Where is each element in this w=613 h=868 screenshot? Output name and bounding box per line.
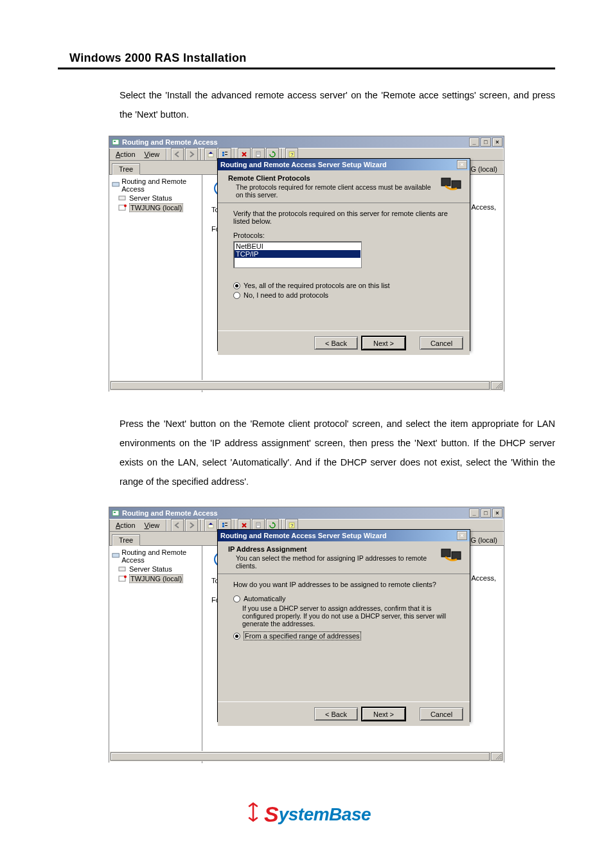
resize-grip[interactable] (491, 752, 502, 761)
nav-back-button[interactable] (171, 519, 184, 532)
tree-root-label: Routing and Remote Access (121, 177, 199, 193)
tree-status-label: Server Status (129, 565, 172, 573)
screenshot-1: Routing and Remote Access _ □ × Action V… (58, 136, 555, 392)
titlebar[interactable]: Routing and Remote Access _ □ × (109, 507, 504, 519)
tree-server-status[interactable]: Server Status (118, 194, 199, 202)
minimize-button[interactable]: _ (469, 509, 479, 518)
app-icon (112, 138, 120, 146)
tree-pane[interactable]: Routing and Remote Access Server Status … (109, 175, 202, 392)
wizard-buttons: < Back Next > Cancel (218, 330, 470, 355)
tree-status-label: Server Status (129, 194, 172, 202)
titlebar[interactable]: Routing and Remote Access _ □ × (109, 136, 504, 148)
radio-yes-label: Yes, all of the required protocols are o… (244, 282, 390, 289)
back-button[interactable]: < Back (314, 336, 358, 350)
wizard-header-icon (440, 174, 463, 194)
minimize-button[interactable]: _ (469, 138, 479, 147)
resize-grip[interactable] (491, 381, 502, 390)
cancel-button[interactable]: Cancel (420, 707, 463, 721)
wizard-close-button[interactable]: × (457, 160, 467, 169)
svg-rect-20 (225, 523, 227, 523)
intro-paragraph-1: Select the 'Install the advanced remote … (120, 86, 555, 124)
wizard-step-subtitle: The protocols required for remote client… (236, 183, 440, 199)
list-item[interactable]: NetBEUI (235, 242, 360, 250)
maximize-button[interactable]: □ (481, 509, 491, 518)
menu-action[interactable]: Action (112, 149, 139, 159)
radio-automatically[interactable]: Automatically (233, 595, 454, 602)
protocols-listbox[interactable]: NetBEUI TCP/IP (233, 241, 362, 268)
tab-tree[interactable]: Tree (112, 534, 140, 546)
menu-view[interactable]: View (141, 149, 164, 159)
radio-icon (233, 292, 240, 299)
svg-rect-4 (225, 152, 227, 152)
wizard-buttons: < Back Next > Cancel (218, 701, 470, 726)
svg-rect-1 (114, 141, 116, 142)
svg-rect-3 (222, 152, 224, 154)
wizard-step-title: IP Address Assignment (228, 545, 440, 553)
radio-icon (233, 282, 240, 289)
status-icon (118, 194, 127, 202)
wizard-body: How do you want IP addresses to be assig… (218, 574, 470, 701)
wizard-titlebar[interactable]: Routing and Remote Access Server Setup W… (218, 159, 470, 170)
footer-logo: SystemBase (58, 801, 555, 827)
tree-pane[interactable]: Routing and Remote Access Server Status … (109, 546, 202, 763)
logo-rest: ystemBase (279, 804, 371, 825)
tree-local-server[interactable]: TWJUNG (local) (118, 203, 199, 212)
tree-local-server[interactable]: TWJUNG (local) (118, 574, 199, 583)
menu-action[interactable]: Action (112, 520, 139, 530)
up-button[interactable] (204, 519, 217, 532)
cancel-button[interactable]: Cancel (420, 336, 463, 350)
next-button[interactable]: Next > (362, 336, 405, 350)
menu-view[interactable]: View (141, 520, 164, 530)
nav-back-button[interactable] (171, 148, 184, 161)
back-button[interactable]: < Back (314, 707, 358, 721)
wizard-step-title: Remote Client Protocols (228, 174, 440, 182)
window-title: Routing and Remote Access (122, 509, 469, 517)
wizard-header: IP Address Assignment You can select the… (218, 541, 470, 574)
server-icon (112, 181, 120, 189)
wizard-titlebar[interactable]: Routing and Remote Access Server Setup W… (218, 530, 470, 541)
close-button[interactable]: × (492, 138, 502, 147)
mid-paragraph: Press the 'Next' button on the 'Remote c… (120, 415, 555, 491)
svg-rect-21 (222, 525, 224, 527)
toolbar-separator (166, 520, 167, 531)
tree-root[interactable]: Routing and Remote Access (112, 548, 199, 564)
nav-forward-button[interactable] (185, 148, 198, 161)
status-cell (111, 752, 490, 761)
tree-root[interactable]: Routing and Remote Access (112, 177, 199, 193)
radio-specified-range[interactable]: From a specified range of addresses (233, 631, 454, 640)
next-button[interactable]: Next > (362, 707, 405, 721)
svg-rect-30 (441, 549, 450, 557)
svg-rect-31 (452, 552, 461, 559)
wizard-title: Routing and Remote Access Server Setup W… (220, 532, 457, 539)
up-button[interactable] (204, 148, 217, 161)
wizard-dialog: Routing and Remote Access Server Setup W… (217, 529, 470, 722)
svg-rect-19 (222, 523, 224, 525)
nav-forward-button[interactable] (185, 519, 198, 532)
tab-tree[interactable]: Tree (112, 163, 140, 175)
logo-mark-icon (242, 801, 264, 827)
wizard-header: Remote Client Protocols The protocols re… (218, 170, 470, 203)
server-local-icon (118, 204, 127, 212)
svg-rect-2 (208, 154, 213, 157)
app-window: Routing and Remote Access _ □ × Action V… (109, 507, 504, 763)
svg-rect-17 (114, 512, 116, 513)
tree-server-status[interactable]: Server Status (118, 565, 199, 573)
toolbar-separator-2 (200, 149, 202, 160)
close-button[interactable]: × (492, 509, 502, 518)
radio-no[interactable]: No, I need to add protocols (233, 291, 454, 299)
svg-rect-6 (225, 154, 227, 155)
wizard-verify-text: Verify that the protocols required on th… (233, 210, 454, 225)
wizard-close-button[interactable]: × (457, 531, 467, 540)
tree-local-label: TWJUNG (local) (129, 203, 183, 212)
svg-rect-26 (112, 554, 119, 557)
maximize-button[interactable]: □ (481, 138, 491, 147)
radio-auto-label: Automatically (244, 595, 285, 602)
radio-range-label: From a specified range of addresses (244, 631, 361, 640)
tree-local-label: TWJUNG (local) (129, 574, 183, 583)
list-item[interactable]: TCP/IP (235, 250, 360, 258)
svg-rect-14 (441, 178, 450, 186)
radio-no-label: No, I need to add protocols (244, 291, 328, 299)
menu-action-label: ction (120, 150, 135, 158)
radio-yes[interactable]: Yes, all of the required protocols are o… (233, 282, 454, 289)
svg-point-13 (124, 204, 127, 207)
